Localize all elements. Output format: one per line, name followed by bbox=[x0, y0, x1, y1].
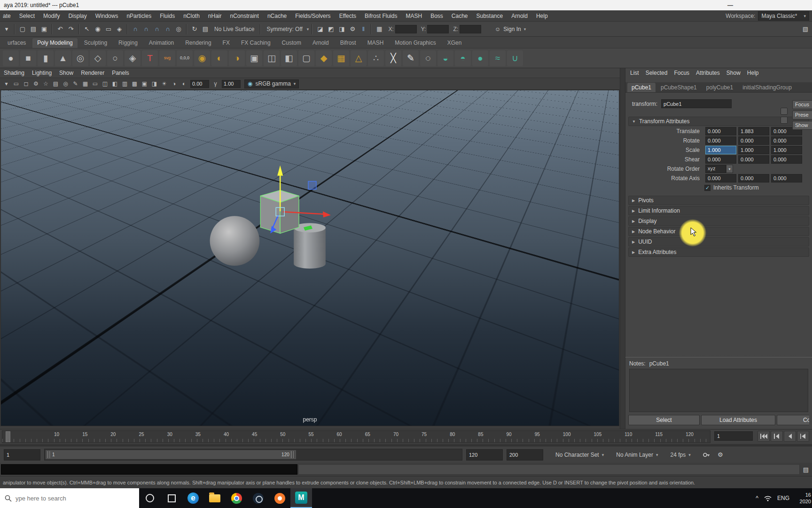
menu-item[interactable]: Help bbox=[536, 13, 548, 19]
translate-x-input[interactable] bbox=[705, 127, 736, 135]
menu-item[interactable]: Select bbox=[19, 13, 35, 19]
tab-polycube1[interactable]: polyCube1 bbox=[702, 83, 737, 92]
character-set-dropdown[interactable]: No Character Set ▾ bbox=[555, 452, 604, 458]
merge-vertices-icon[interactable]: ∴ bbox=[368, 50, 384, 66]
shelf-tab[interactable]: Sculpting bbox=[79, 38, 112, 48]
exposure-input[interactable] bbox=[190, 80, 209, 88]
sign-in-button[interactable]: ☺ Sign In ▾ bbox=[495, 26, 526, 32]
menu-item[interactable]: Bifrost Fluids bbox=[365, 13, 397, 19]
poly-disc-icon[interactable]: ○ bbox=[107, 50, 123, 66]
poly-cylinder-icon[interactable]: ▮ bbox=[38, 50, 54, 66]
boolean-intersection-icon[interactable]: ◑ bbox=[229, 50, 245, 66]
svg-tool-icon[interactable]: svg bbox=[159, 50, 175, 66]
smooth-brush-icon[interactable]: ∪ bbox=[507, 50, 523, 66]
target-weld-icon[interactable]: ◌ bbox=[420, 50, 436, 66]
chrome-icon[interactable] bbox=[226, 488, 247, 508]
snap-to-origin-icon[interactable]: 0,0,0 bbox=[177, 50, 193, 66]
lighting-toggle-icon[interactable]: ☀ bbox=[160, 79, 169, 88]
shear-y-input[interactable] bbox=[738, 155, 769, 164]
gate-mask-icon[interactable]: ◧ bbox=[110, 79, 119, 88]
notes-input[interactable] bbox=[629, 369, 808, 412]
grid-layout-icon[interactable]: ▦ bbox=[375, 24, 384, 34]
poly-plane-icon[interactable]: ◇ bbox=[90, 50, 106, 66]
anim-layer-dropdown[interactable]: No Anim Layer ▾ bbox=[616, 452, 658, 458]
menu-item[interactable]: Cache bbox=[452, 13, 468, 19]
playback-end-input[interactable] bbox=[466, 449, 503, 460]
menu-item[interactable]: nConstraint bbox=[230, 13, 259, 19]
select-button[interactable]: Select bbox=[628, 415, 700, 425]
panel-menu-item[interactable]: Shading bbox=[4, 70, 24, 76]
workspace-dropdown[interactable]: Maya Classic* ▾ bbox=[758, 11, 809, 21]
extract-icon[interactable]: ◧ bbox=[281, 50, 297, 66]
panel-menu-item[interactable]: Renderer bbox=[81, 70, 104, 76]
blender-icon[interactable] bbox=[269, 488, 290, 508]
range-right-grip[interactable] bbox=[291, 451, 294, 458]
timeline-ruler[interactable]: 1015202530354045505560657075808590951001… bbox=[2, 430, 710, 443]
pause-viewport-icon[interactable]: ‖ bbox=[359, 24, 368, 34]
bridge-icon[interactable]: ▦ bbox=[333, 50, 349, 66]
make-live-icon[interactable]: ◎ bbox=[174, 24, 183, 34]
tab-initialshadinggroup[interactable]: initialShadingGroup bbox=[738, 83, 796, 92]
scale-z-input[interactable] bbox=[771, 146, 802, 154]
shelf-tab[interactable]: Animation bbox=[144, 38, 179, 48]
rotate-z-input[interactable] bbox=[771, 136, 802, 145]
collapsed-section-bar[interactable]: ▶ Node Behavior bbox=[628, 227, 809, 236]
symmetry-dropdown[interactable]: Symmetry: Off bbox=[266, 26, 302, 32]
shadows-toggle-icon[interactable]: ◑ bbox=[170, 79, 179, 88]
snap-to-plane-icon[interactable]: ∩ bbox=[163, 24, 172, 34]
smooth-icon[interactable]: ▢ bbox=[298, 50, 314, 66]
menu-item[interactable]: Boss bbox=[430, 13, 443, 19]
transform-name-input[interactable] bbox=[661, 99, 732, 108]
lock-camera-icon[interactable]: ◻ bbox=[22, 79, 31, 88]
shear-z-input[interactable] bbox=[771, 155, 802, 164]
go-to-start-button[interactable] bbox=[757, 431, 770, 442]
collapsed-section-bar[interactable]: ▶ Display bbox=[628, 216, 809, 226]
step-back-key-button[interactable] bbox=[771, 431, 783, 442]
sculpt-tool-icon[interactable]: ● bbox=[472, 50, 488, 66]
menu-item[interactable]: nCache bbox=[267, 13, 287, 19]
menu-item[interactable]: Fluids bbox=[160, 13, 175, 19]
pin-icon[interactable] bbox=[781, 108, 788, 115]
shelf-tab[interactable]: Custom bbox=[277, 38, 306, 48]
poly-torus-icon[interactable]: ◎ bbox=[72, 50, 88, 66]
load-attributes-button[interactable]: Load Attributes bbox=[701, 415, 775, 425]
bevel-icon[interactable]: ◆ bbox=[316, 50, 332, 66]
attribute-editor-menu-item[interactable]: Attributes bbox=[696, 70, 720, 76]
bookmark-icon[interactable] bbox=[781, 117, 788, 124]
inherits-transform-checkbox[interactable]: ✓ bbox=[704, 185, 710, 191]
scale-x-input[interactable] bbox=[705, 146, 736, 154]
attribute-editor-menu-item[interactable]: Show bbox=[726, 70, 741, 76]
shelf-tab[interactable]: XGen bbox=[443, 38, 467, 48]
combine-icon[interactable]: ▣ bbox=[246, 50, 262, 66]
gamma-icon[interactable]: γ bbox=[211, 79, 220, 88]
open-scene-icon[interactable]: ▤ bbox=[29, 24, 38, 34]
safe-title-icon[interactable]: ▣ bbox=[140, 79, 149, 88]
menu-item[interactable]: ate bbox=[3, 13, 11, 19]
menu-item[interactable]: Display bbox=[68, 13, 86, 19]
snap-to-curve-icon[interactable]: ∩ bbox=[141, 24, 151, 34]
snap-to-point-icon[interactable]: ∩ bbox=[152, 24, 162, 34]
mel-command-input[interactable] bbox=[1, 464, 297, 475]
menu-item[interactable]: nHair bbox=[208, 13, 222, 19]
field-chart-icon[interactable]: ▥ bbox=[120, 79, 129, 88]
type-tool-icon[interactable]: T bbox=[142, 50, 158, 66]
attribute-editor-menu-item[interactable]: Help bbox=[747, 70, 759, 76]
poly-cone-icon[interactable]: ▲ bbox=[55, 50, 71, 66]
animation-start-input[interactable] bbox=[4, 449, 40, 460]
poly-platonic-icon[interactable]: ◈ bbox=[125, 50, 141, 66]
shelf-tab[interactable]: FX bbox=[218, 38, 234, 48]
rotate-order-dropdown[interactable]: xyz ▾ bbox=[705, 165, 736, 173]
menu-item[interactable]: Arnold bbox=[511, 13, 528, 19]
redo-icon[interactable]: ↷ bbox=[66, 24, 76, 34]
z-coord-input[interactable] bbox=[460, 25, 481, 33]
grid-toggle-icon[interactable]: ▦ bbox=[81, 79, 90, 88]
menu-item[interactable]: Windows bbox=[95, 13, 118, 19]
network-icon[interactable] bbox=[764, 495, 772, 501]
hidden-icons-caret[interactable]: ^ bbox=[756, 495, 758, 501]
boolean-union-icon[interactable]: ◉ bbox=[194, 50, 210, 66]
vertical-splitter[interactable] bbox=[620, 68, 625, 429]
attribute-editor-menu-item[interactable]: List bbox=[630, 70, 639, 76]
save-scene-icon[interactable]: ▣ bbox=[39, 24, 49, 34]
shear-x-input[interactable] bbox=[705, 155, 736, 164]
select-by-component-icon[interactable]: ◈ bbox=[115, 24, 124, 34]
